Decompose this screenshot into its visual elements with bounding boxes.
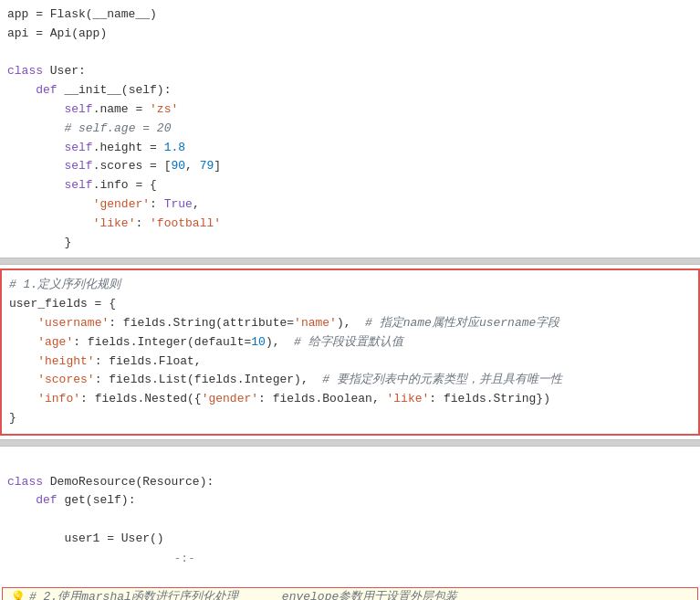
line: 'age': fields.Integer(default=10), # 给字段… bbox=[2, 333, 698, 353]
bottom-code-section: class DemoResource(Resource): def get(se… bbox=[0, 447, 700, 600]
top-code-section: app = Flask(__name__) api = Api(app) cla… bbox=[0, 0, 700, 258]
line: } bbox=[2, 409, 698, 428]
line: 'info': fields.Nested({'gender': fields.… bbox=[2, 390, 698, 409]
line: def get(self): bbox=[0, 491, 700, 511]
line: class DemoResource(Resource): bbox=[0, 473, 700, 492]
line: 'like': 'football' bbox=[0, 215, 700, 234]
line: self.height = 1.8 bbox=[0, 139, 700, 158]
line: self.info = { bbox=[0, 176, 700, 195]
line: user_fields = { bbox=[2, 295, 698, 314]
section-divider-2 bbox=[0, 439, 700, 447]
line: } bbox=[0, 234, 700, 253]
line: self.name = 'zs' bbox=[0, 100, 700, 120]
line: # 1.定义序列化规则 bbox=[2, 276, 698, 295]
line bbox=[0, 511, 700, 530]
line: app = Flask(__name__) bbox=[0, 5, 700, 25]
line: api = Api(app) bbox=[0, 25, 700, 44]
line bbox=[0, 454, 700, 473]
line: # self.age = 20 bbox=[0, 120, 700, 139]
code-editor: app = Flask(__name__) api = Api(app) cla… bbox=[0, 0, 700, 600]
line: 'username': fields.String(attribute='nam… bbox=[2, 314, 698, 333]
bulb-icon: 💡 bbox=[10, 588, 26, 600]
line: def __init__(self): bbox=[0, 81, 700, 100]
section-divider bbox=[0, 258, 700, 265]
line: 'height': fields.Float, bbox=[2, 353, 698, 372]
highlighted-code-section: # 1.定义序列化规则 user_fields = { 'username': … bbox=[0, 268, 700, 435]
line: self.scores = [90, 79] bbox=[0, 157, 700, 176]
line: 'scores': fields.List(fields.Integer), #… bbox=[2, 371, 698, 390]
line: 'gender': True, bbox=[0, 195, 700, 215]
line: class User: bbox=[0, 62, 700, 81]
active-line-comment: 💡 # 2.使用marshal函数进行序列化处理envelope参数用于设置外层… bbox=[2, 587, 698, 600]
line bbox=[0, 44, 700, 63]
line: user1 = User() -:- bbox=[0, 530, 700, 587]
